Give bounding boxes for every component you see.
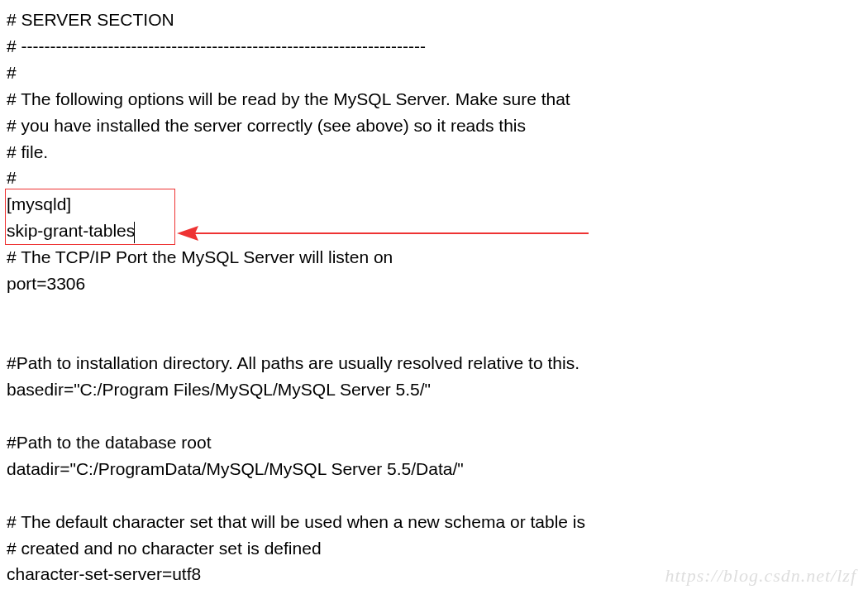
blank-line [7,482,861,509]
config-line-comment: #Path to the database root [7,429,861,456]
config-line-basedir: basedir="C:/Program Files/MySQL/MySQL Se… [7,376,861,403]
config-line-comment: # The following options will be read by … [7,86,861,113]
blank-line [7,323,861,350]
config-line-comment: # [7,165,861,191]
config-line-comment: # [7,60,861,86]
config-line-datadir: datadir="C:/ProgramData/MySQL/MySQL Serv… [7,456,861,482]
config-line-comment: # The TCP/IP Port the MySQL Server will … [7,244,861,271]
config-line-port: port=3306 [7,271,861,297]
config-line-comment: # The default character set that will be… [7,509,861,535]
config-line-comment: # you have installed the server correctl… [7,113,861,139]
config-line-comment: # created and no character set is define… [7,535,861,562]
config-line-charset: character-set-server=utf8 [7,561,861,587]
config-line-comment: # file. [7,139,861,165]
config-line-skip-grant-tables: skip-grant-tables [7,218,861,244]
config-line-comment: #Path to installation directory. All pat… [7,350,861,376]
config-line-divider: # --------------------------------------… [7,33,861,60]
config-value: skip-grant-tables [7,221,135,240]
config-line-comment: # SERVER SECTION [7,7,861,33]
text-cursor-icon [134,222,135,243]
config-line-section-mysqld: [mysqld] [7,191,861,218]
blank-line [7,403,861,429]
blank-line [7,297,861,323]
